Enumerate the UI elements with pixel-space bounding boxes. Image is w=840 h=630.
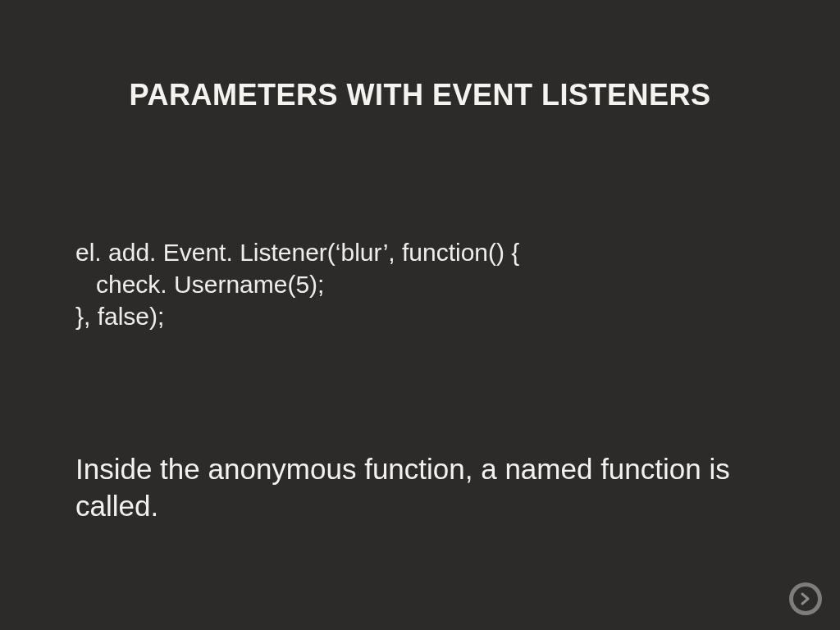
arrow-right-icon [793, 587, 818, 611]
next-slide-button[interactable] [789, 582, 822, 615]
slide-title: PARAMETERS WITH EVENT LISTENERS [0, 78, 840, 112]
code-line-2: check. Username(5); [75, 268, 519, 300]
slide: PARAMETERS WITH EVENT LISTENERS el. add.… [0, 0, 840, 630]
slide-body-text: Inside the anonymous function, a named f… [75, 451, 765, 525]
code-line-1: el. add. Event. Listener(‘blur’, functio… [75, 236, 519, 268]
code-line-3: }, false); [75, 300, 519, 332]
code-example: el. add. Event. Listener(‘blur’, functio… [75, 236, 519, 332]
